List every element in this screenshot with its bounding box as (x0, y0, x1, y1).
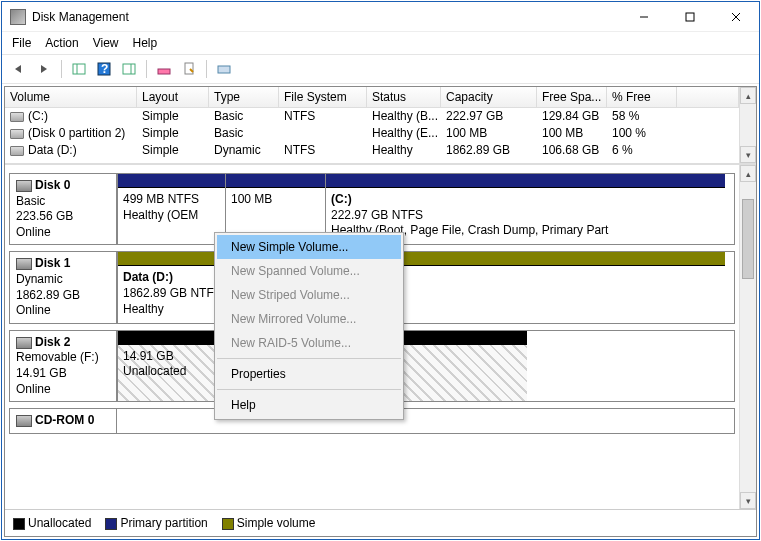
col-blank (677, 87, 739, 107)
ctx-new-raid5-volume: New RAID-5 Volume... (217, 331, 401, 355)
disk-size: 223.56 GB (16, 209, 110, 225)
legend-swatch-primary (105, 518, 117, 530)
volume-status: Healthy (E... (367, 125, 441, 142)
menu-action[interactable]: Action (45, 36, 78, 50)
volume-pfree: 6 % (607, 142, 677, 159)
volume-row[interactable]: (C:)SimpleBasicNTFSHealthy (B...222.97 G… (5, 108, 739, 125)
partition-stripe (118, 174, 225, 188)
ctx-properties[interactable]: Properties (217, 362, 401, 386)
partition-body: Data (D:)1862.89 GB NTFSHealthy (118, 266, 725, 322)
partition[interactable]: 499 MB NTFSHealthy (OEM (117, 174, 225, 244)
col-free-space[interactable]: Free Spa... (537, 87, 607, 107)
refresh-icon[interactable] (153, 58, 175, 80)
disk-label[interactable]: CD-ROM 0 (9, 408, 117, 434)
partition-status: Healthy (123, 302, 720, 318)
disk-name: Disk 0 (35, 178, 70, 192)
volume-name: (Disk 0 partition 2) (28, 126, 125, 140)
maximize-button[interactable] (667, 2, 713, 32)
ctx-new-simple-volume[interactable]: New Simple Volume... (217, 235, 401, 259)
ctx-new-mirrored-volume: New Mirrored Volume... (217, 307, 401, 331)
partition-status: Healthy (OEM (123, 208, 220, 224)
volume-layout: Simple (137, 142, 209, 159)
disk-label[interactable]: Disk 0Basic223.56 GBOnline (9, 173, 117, 245)
menu-file[interactable]: File (12, 36, 31, 50)
disk-icon (16, 258, 32, 270)
scroll-up-icon[interactable]: ▴ (740, 87, 756, 104)
volume-type: Basic (209, 125, 279, 142)
legend-swatch-simple (222, 518, 234, 530)
close-button[interactable] (713, 2, 759, 32)
volume-status: Healthy (367, 142, 441, 159)
volume-row[interactable]: Data (D:)SimpleDynamicNTFSHealthy1862.89… (5, 142, 739, 159)
col-status[interactable]: Status (367, 87, 441, 107)
legend-swatch-unallocated (13, 518, 25, 530)
minimize-button[interactable] (621, 2, 667, 32)
disk-state: Online (16, 225, 110, 241)
partition-size: 100 MB (231, 192, 320, 208)
svg-rect-11 (185, 63, 193, 74)
settings-icon[interactable] (213, 58, 235, 80)
col-capacity[interactable]: Capacity (441, 87, 537, 107)
ctx-help[interactable]: Help (217, 393, 401, 417)
scroll-down-icon[interactable]: ▾ (740, 492, 756, 509)
volume-list-pane: Volume Layout Type File System Status Ca… (5, 87, 756, 165)
actionpane-icon[interactable] (118, 58, 140, 80)
menu-view[interactable]: View (93, 36, 119, 50)
volume-name: Data (D:) (28, 143, 77, 157)
context-menu: New Simple Volume... New Spanned Volume.… (214, 232, 404, 420)
volume-layout: Simple (137, 125, 209, 142)
disk-name: Disk 2 (35, 335, 70, 349)
svg-rect-4 (73, 64, 85, 74)
volume-free: 106.68 GB (537, 142, 607, 159)
properties-icon[interactable] (178, 58, 200, 80)
disk-state: Online (16, 303, 110, 319)
volume-pfree: 100 % (607, 125, 677, 142)
disk-name: Disk 1 (35, 256, 70, 270)
disk-size: 1862.89 GB (16, 288, 110, 304)
scrollbar-thumb[interactable] (742, 199, 754, 279)
disk-pane-scrollbar[interactable]: ▴ ▾ (739, 165, 756, 509)
back-button[interactable] (8, 58, 30, 80)
col-type[interactable]: Type (209, 87, 279, 107)
col-file-system[interactable]: File System (279, 87, 367, 107)
volume-table-header: Volume Layout Type File System Status Ca… (5, 87, 739, 108)
partition-title: Data (D:) (123, 270, 173, 284)
disk-label[interactable]: Disk 2Removable (F:)14.91 GBOnline (9, 330, 117, 402)
volume-row[interactable]: (Disk 0 partition 2)SimpleBasicHealthy (… (5, 125, 739, 142)
legend: Unallocated Primary partition Simple vol… (5, 509, 756, 536)
partition[interactable]: Data (D:)1862.89 GB NTFSHealthy (117, 252, 725, 322)
legend-primary-partition: Primary partition (120, 516, 207, 530)
legend-unallocated: Unallocated (28, 516, 91, 530)
titlebar: Disk Management (2, 2, 759, 32)
disk-label[interactable]: Disk 1Dynamic1862.89 GBOnline (9, 251, 117, 323)
legend-simple-volume: Simple volume (237, 516, 316, 530)
disk-management-window: Disk Management File Action View Help ? … (1, 1, 760, 540)
forward-button[interactable] (33, 58, 55, 80)
col-percent-free[interactable]: % Free (607, 87, 677, 107)
drive-icon (10, 129, 24, 139)
partition-size: 499 MB NTFS (123, 192, 220, 208)
scroll-up-icon[interactable]: ▴ (740, 165, 756, 182)
col-layout[interactable]: Layout (137, 87, 209, 107)
volume-free: 100 MB (537, 125, 607, 142)
menu-help[interactable]: Help (133, 36, 158, 50)
menubar: File Action View Help (2, 32, 759, 54)
volume-pfree: 58 % (607, 108, 677, 125)
volume-fs (279, 125, 367, 142)
window-title: Disk Management (32, 10, 621, 24)
show-hide-console-tree-icon[interactable] (68, 58, 90, 80)
disk-icon (16, 180, 32, 192)
volume-layout: Simple (137, 108, 209, 125)
scroll-down-icon[interactable]: ▾ (740, 146, 756, 163)
svg-text:?: ? (101, 62, 108, 76)
volume-list-scrollbar[interactable]: ▴ ▾ (739, 87, 756, 163)
toolbar: ? (2, 54, 759, 84)
volume-type: Basic (209, 108, 279, 125)
col-volume[interactable]: Volume (5, 87, 137, 107)
ctx-new-striped-volume: New Striped Volume... (217, 283, 401, 307)
partition-body: 499 MB NTFSHealthy (OEM (118, 188, 225, 244)
help-icon[interactable]: ? (93, 58, 115, 80)
partition-size: 222.97 GB NTFS (331, 208, 720, 224)
cdrom-icon (16, 415, 32, 427)
volume-capacity: 222.97 GB (441, 108, 537, 125)
